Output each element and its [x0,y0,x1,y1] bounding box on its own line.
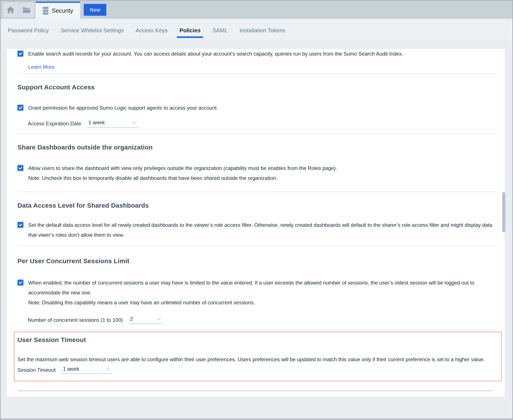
security-tab-label: Security [52,8,73,14]
concurrent-sessions-count-label: Number of concurrent sessions (1 to 100) [28,316,123,324]
tab-password-policy[interactable]: Password Policy [8,19,49,39]
support-account-label: Grant permission for approved Sumo Logic… [28,103,218,113]
section-divider [17,74,496,74]
concurrent-sessions-field: Number of concurrent sessions (1 to 100)… [28,316,505,324]
checkmark-icon [18,105,23,110]
tab-policies[interactable]: Policies [177,19,203,38]
access-expiration-label: Access Expiration Date [28,120,81,128]
checkmark-icon [18,166,23,170]
concurrent-sessions-row: When enabled, the number of concurrent s… [17,278,505,308]
share-dashboards-note: Note: Uncheck this box to temporarily di… [28,173,337,183]
folder-icon [22,7,31,13]
share-dashboards-row: Allow users to share the dashboard with … [17,163,505,183]
checkmark-icon [18,280,23,285]
learn-more-link[interactable]: Learn More [28,64,55,70]
new-button[interactable]: New [84,4,106,16]
section-title-support-account: Support Account Access [17,83,505,91]
tab-saml[interactable]: SAML [213,19,228,39]
concurrent-sessions-label: When enabled, the number of concurrent s… [28,278,499,298]
section-divider [17,133,496,134]
section-title-concurrent-sessions: Per User Concurrent Sessions Limit [17,257,505,265]
search-audit-checkbox[interactable] [17,51,23,57]
support-account-row: Grant permission for approved Sumo Logic… [17,103,505,113]
tab-access-keys[interactable]: Access Keys [136,19,168,39]
access-expiration-field: Access Expiration Date 1 week [28,120,505,128]
data-access-row: Set the default data access level for al… [17,220,505,240]
share-dashboards-label: Allow users to share the dashboard with … [28,163,337,173]
session-timeout-field: Session Timeout 1 week [17,366,498,374]
policies-content: Enable search audit records for your acc… [7,49,505,397]
window-top-bar: Security New [1,1,512,19]
home-icon [7,7,15,13]
chevron-down-icon [157,318,161,320]
settings-tab-nav: Password Policy Service Whitelist Settin… [1,19,512,39]
tab-installation-tokens[interactable]: Installation Tokens [240,19,285,39]
section-title-session-timeout: User Session Timeout [17,336,498,344]
section-divider [17,330,496,330]
window-bottom-edge [1,418,512,419]
concurrent-sessions-note: Note: Disabling this capability means a … [28,298,499,308]
home-button[interactable] [2,2,19,18]
chevron-down-icon [106,368,110,370]
database-icon [42,7,49,15]
session-timeout-select[interactable]: 1 week [62,366,112,374]
concurrent-sessions-checkbox[interactable] [17,280,23,285]
search-audit-row: Enable search audit records for your acc… [17,49,505,59]
session-timeout-label: Session Timeout [17,366,56,374]
data-access-label: Set the default data access level for al… [28,220,499,240]
support-account-checkbox[interactable] [17,105,23,111]
section-divider [17,192,496,192]
share-dashboards-checkbox[interactable] [17,165,23,171]
security-tab[interactable]: Security [36,1,80,19]
checkmark-icon [18,51,23,56]
scrollbar-thumb[interactable] [502,192,505,232]
section-title-share-dashboards: Share Dashboards outside the organizatio… [17,143,505,151]
folder-button[interactable] [19,2,35,18]
session-timeout-description: Set the maximum web session timeout user… [17,354,494,364]
access-expiration-select[interactable]: 1 week [87,120,138,128]
tab-service-whitelist-settings[interactable]: Service Whitelist Settings [61,19,124,39]
search-audit-label: Enable search audit records for your acc… [28,49,403,59]
data-access-checkbox[interactable] [17,222,23,228]
concurrent-sessions-select[interactable]: 2 [129,316,163,324]
security-settings-window: Security New Password Policy Service Whi… [0,0,513,420]
chevron-down-icon [132,121,136,124]
section-divider [17,246,496,246]
bottom-divider [17,390,492,391]
checkmark-icon [18,223,23,227]
user-session-timeout-highlight: User Session Timeout Set the maximum web… [14,332,502,381]
section-title-data-access: Data Access Level for Shared Dashboards [17,202,505,209]
